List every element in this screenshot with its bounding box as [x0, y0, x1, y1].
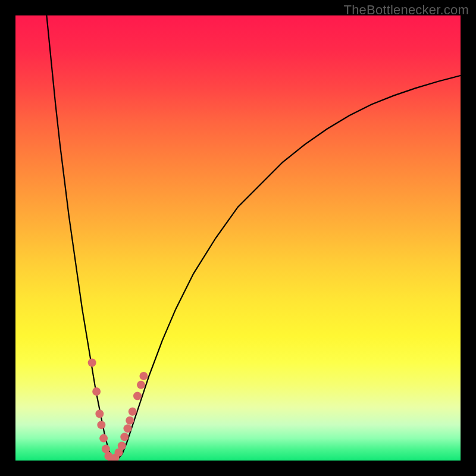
data-point: [137, 381, 145, 389]
data-point: [99, 434, 108, 443]
data-point: [126, 416, 134, 425]
data-point: [95, 409, 104, 418]
data-point: [129, 408, 137, 416]
data-point: [120, 433, 129, 441]
data-point: [97, 421, 105, 429]
bottleneck-curve: [46, 15, 461, 459]
data-point: [102, 445, 110, 453]
data-point: [124, 424, 132, 433]
data-point: [92, 387, 101, 396]
data-point: [139, 372, 148, 380]
data-point: [133, 392, 142, 400]
plot-area: [15, 15, 461, 461]
data-point: [88, 358, 96, 367]
data-markers: [88, 358, 148, 461]
watermark-text: TheBottlenecker.com: [344, 2, 469, 18]
chart-frame: TheBottlenecker.com: [0, 0, 476, 476]
data-point: [118, 441, 126, 450]
bottleneck-plot: [15, 15, 461, 461]
